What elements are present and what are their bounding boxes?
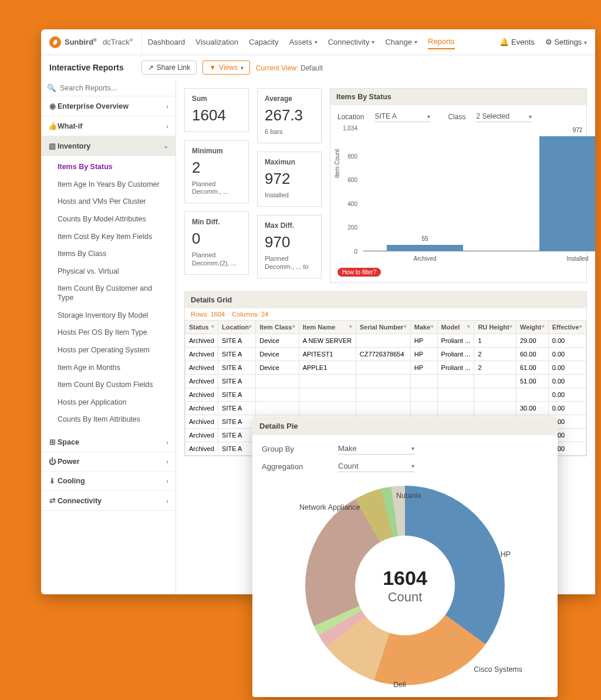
- sidebar-item-items-by-status[interactable]: Items By Status: [41, 159, 175, 176]
- chevron-left-icon: ‹: [166, 439, 168, 446]
- sidebar-item[interactable]: Counts By Item Attributes: [41, 411, 175, 429]
- space-icon: ⊞: [48, 438, 56, 446]
- nav-connectivity[interactable]: Connectivity▾: [328, 38, 375, 46]
- filter-class-select[interactable]: 2 Selected▾: [476, 111, 532, 122]
- sidebar-item[interactable]: Item Cost By Key Item Fields: [41, 228, 175, 246]
- sidebar-item[interactable]: Items By Class: [41, 245, 175, 263]
- table-header[interactable]: Item Name▾: [299, 321, 356, 334]
- aggregation-select[interactable]: Count▾: [338, 460, 414, 472]
- table-header[interactable]: Item Class▾: [256, 321, 299, 334]
- stat-min: Minimum 2 Planned Decomm., ...: [184, 140, 249, 203]
- aggregation-label: Aggregation: [262, 462, 315, 471]
- nav-change[interactable]: Change▾: [385, 38, 417, 46]
- filter-location-select[interactable]: SITE A▾: [374, 111, 430, 122]
- nav-events[interactable]: 🔔 Events: [499, 38, 534, 46]
- sidebar-item[interactable]: Physical vs. Virtual: [41, 263, 175, 281]
- sidebar-section-power[interactable]: ⏻Power ‹: [41, 452, 175, 472]
- sidebar-item[interactable]: Hosts Per OS By Item Type: [41, 324, 175, 342]
- cooling-icon: 🌡: [48, 477, 56, 485]
- how-to-filter-button[interactable]: How to filter?: [337, 268, 381, 277]
- nav-settings[interactable]: ⚙ Settings ▾: [545, 38, 587, 46]
- sidebar-section-space[interactable]: ⊞Space ‹: [41, 432, 175, 452]
- search-input[interactable]: [60, 84, 170, 92]
- sidebar-item[interactable]: Item Age in Months: [41, 359, 175, 377]
- chevron-left-icon: ‹: [166, 103, 168, 110]
- table-row[interactable]: ArchivedSITE ADeviceAPITEST1CZ7726378654…: [185, 348, 586, 361]
- filter-class-label: Class: [448, 113, 465, 121]
- sidebar-section-connectivity[interactable]: ⇄Connectivity ‹: [41, 491, 175, 511]
- current-view-label: Current View:: [256, 64, 298, 72]
- table-row[interactable]: ArchivedSITE A30.000.00: [185, 402, 586, 415]
- chevron-down-icon: ▾: [411, 445, 414, 452]
- donut-center-value: 1604: [383, 567, 427, 590]
- chevron-down-icon: ▾: [427, 113, 430, 120]
- sidebar-item[interactable]: Item Count By Custom Fields: [41, 376, 175, 394]
- stat-maxdiff: Max Diff. 970 Planned Decomm., ... to: [257, 215, 322, 278]
- search-icon: 🔍: [47, 83, 56, 92]
- nav-assets[interactable]: Assets▾: [289, 38, 318, 46]
- table-header[interactable]: Location▾: [218, 321, 256, 334]
- stat-mindiff: Min Diff. 0 Planned Decomm.(2), ...: [184, 211, 249, 274]
- barcode-icon: ▥: [48, 142, 56, 150]
- brand-logo: Sunbird® dcTrack®: [49, 36, 133, 48]
- pie-label-cisco: Cisco Systems: [474, 665, 522, 674]
- share-link-button[interactable]: ↗Share Link: [141, 60, 197, 75]
- table-header[interactable]: Weight▾: [516, 321, 548, 334]
- nav-visualization[interactable]: Visualization: [195, 38, 238, 46]
- group-by-label: Group By: [262, 445, 315, 453]
- table-header[interactable]: Make▾: [410, 321, 437, 334]
- table-header[interactable]: Effective▾: [548, 321, 586, 334]
- table-header[interactable]: RU Height▾: [474, 321, 516, 334]
- table-row[interactable]: ArchivedSITE ADeviceA NEW SERVERHPProlia…: [185, 334, 586, 348]
- table-row[interactable]: ArchivedSITE ADeviceAPPLE1HPProliant ...…: [185, 361, 586, 375]
- nav-reports[interactable]: Reports: [428, 37, 455, 49]
- table-header[interactable]: Model▾: [437, 321, 474, 334]
- sidebar-item[interactable]: Counts By Model Attributes: [41, 211, 175, 228]
- chevron-left-icon: ‹: [166, 497, 168, 504]
- sidebar-item[interactable]: Hosts and VMs Per Cluster: [41, 193, 175, 211]
- stat-max: Maximun 972 Installed: [257, 152, 322, 207]
- chevron-left-icon: ‹: [166, 477, 168, 484]
- sidebar-section-cooling[interactable]: 🌡Cooling ‹: [41, 472, 175, 491]
- nav-dashboard[interactable]: Dashboard: [148, 38, 185, 46]
- sidebar-item[interactable]: Hosts per Operating System: [41, 342, 175, 359]
- sidebar-section-enterprise[interactable]: ◉Enterprise Overview ‹: [41, 96, 175, 116]
- panel-title: Items By Status: [330, 89, 586, 105]
- stat-sum: Sum 1604: [184, 88, 249, 132]
- sidebar-item[interactable]: Item Age In Years By Customer: [41, 176, 175, 194]
- details-pie-panel: Details Pie Group By Make▾ Aggregation C…: [252, 417, 558, 697]
- chevron-down-icon: ▾: [584, 39, 587, 46]
- chevron-down-icon: ▾: [529, 113, 532, 120]
- panel-title: Details Grid: [185, 292, 586, 308]
- chevron-down-icon: ▾: [372, 39, 374, 45]
- nav-capacity[interactable]: Capacity: [249, 38, 279, 46]
- pie-label-netapp: Network Appliance: [299, 503, 360, 511]
- power-icon: ⏻: [48, 457, 56, 466]
- share-icon: ↗: [148, 63, 154, 72]
- table-row[interactable]: ArchivedSITE A0.00: [185, 388, 586, 402]
- inventory-report-list: Items By Status Item Age In Years By Cus…: [41, 156, 175, 432]
- sidebar-item[interactable]: Storage Inventory By Model: [41, 307, 175, 325]
- sidebar-item[interactable]: Hosts per Application: [41, 394, 175, 412]
- thumb-icon: 👍: [48, 122, 56, 130]
- sidebar-item[interactable]: Item Count By Customer and Type: [41, 280, 175, 307]
- connectivity-icon: ⇄: [48, 496, 56, 505]
- filter-icon: ▼: [209, 63, 216, 72]
- chevron-down-icon: ▾: [241, 65, 244, 71]
- group-by-select[interactable]: Make▾: [338, 443, 414, 455]
- panel-title: Details Pie: [252, 417, 558, 435]
- table-row[interactable]: ArchivedSITE A51.000.00: [185, 375, 586, 388]
- sidebar-section-inventory[interactable]: ▥Inventory ⌄: [41, 136, 175, 156]
- views-button[interactable]: ▼Views ▾: [202, 60, 250, 75]
- chevron-left-icon: ‹: [166, 458, 168, 465]
- table-header[interactable]: Status▾: [185, 321, 218, 334]
- donut-center-label: Count: [383, 590, 427, 605]
- chevron-down-icon: ⌄: [163, 142, 168, 150]
- table-header[interactable]: Serial Number▾: [356, 321, 410, 334]
- stat-average: Average 267.3 6 bars: [257, 88, 322, 143]
- current-view-value: Default: [300, 64, 323, 72]
- chevron-down-icon: ▾: [411, 463, 414, 469]
- sidebar-section-whatif[interactable]: 👍What-if ‹: [41, 116, 175, 136]
- globe-icon: ◉: [48, 102, 56, 110]
- search-reports[interactable]: 🔍: [41, 80, 175, 96]
